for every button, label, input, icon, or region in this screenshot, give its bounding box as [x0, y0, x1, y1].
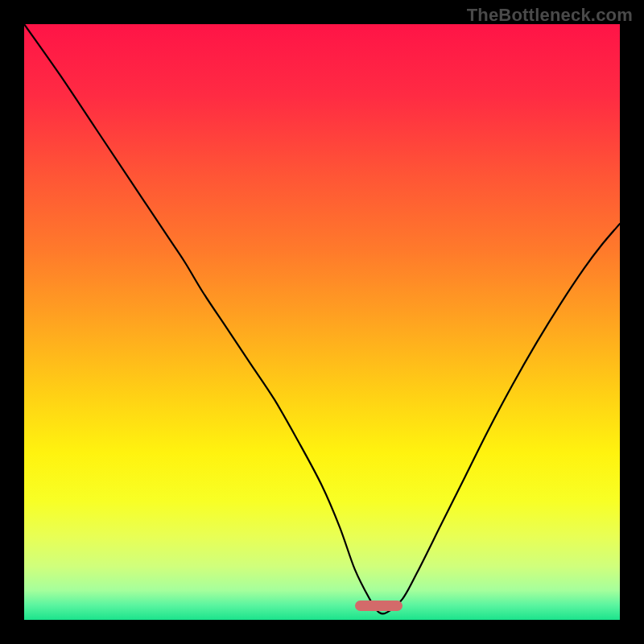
- plot-area: [24, 24, 620, 620]
- watermark-text: TheBottleneck.com: [467, 5, 633, 26]
- minimum-marker: [355, 601, 402, 611]
- chart-frame: TheBottleneck.com: [0, 0, 644, 644]
- bottleneck-curve: [24, 24, 620, 620]
